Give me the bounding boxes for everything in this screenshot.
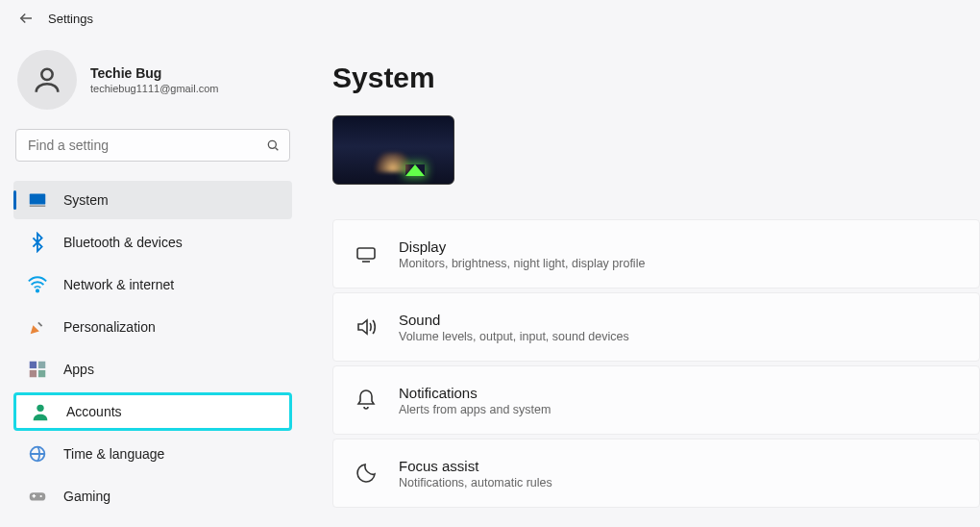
settings-list: Display Monitors, brightness, night ligh… bbox=[332, 219, 980, 508]
setting-row-sound[interactable]: Sound Volume levels, output, input, soun… bbox=[332, 292, 980, 362]
sidebar-item-time-language[interactable]: Time & language bbox=[13, 435, 292, 473]
accounts-icon bbox=[30, 401, 51, 422]
svg-rect-7 bbox=[30, 370, 37, 377]
nav-list: System Bluetooth & devices Network & int… bbox=[13, 181, 292, 515]
app-title: Settings bbox=[48, 12, 93, 26]
sidebar-item-label: Time & language bbox=[63, 446, 164, 462]
time-language-icon bbox=[27, 443, 48, 464]
svg-rect-6 bbox=[38, 362, 45, 368]
sidebar-item-accounts[interactable]: Accounts bbox=[13, 392, 292, 431]
row-subtitle: Monitors, brightness, night light, displ… bbox=[399, 257, 645, 270]
page-title: System bbox=[332, 62, 980, 94]
sidebar-item-label: Bluetooth & devices bbox=[63, 235, 183, 250]
notifications-icon bbox=[355, 389, 378, 412]
search-wrap bbox=[15, 129, 290, 162]
apps-icon bbox=[27, 359, 48, 380]
svg-point-12 bbox=[40, 495, 42, 497]
layout: Techie Bug techiebug1111@gmail.com Syste… bbox=[0, 33, 980, 527]
sidebar-item-apps[interactable]: Apps bbox=[13, 350, 292, 389]
sidebar-item-label: Accounts bbox=[66, 404, 122, 419]
sidebar-item-label: Network & internet bbox=[63, 277, 174, 292]
sidebar: Techie Bug techiebug1111@gmail.com Syste… bbox=[0, 33, 306, 527]
row-title: Display bbox=[399, 238, 645, 255]
svg-point-0 bbox=[41, 69, 52, 80]
focus-assist-icon bbox=[355, 462, 378, 485]
row-text: Display Monitors, brightness, night ligh… bbox=[399, 238, 645, 270]
sidebar-item-network[interactable]: Network & internet bbox=[13, 265, 292, 304]
personalization-icon bbox=[27, 316, 48, 338]
gaming-icon bbox=[27, 486, 48, 507]
bluetooth-icon bbox=[27, 232, 48, 253]
svg-rect-3 bbox=[30, 206, 46, 207]
sidebar-item-personalization[interactable]: Personalization bbox=[13, 308, 292, 346]
sidebar-item-label: Apps bbox=[63, 362, 94, 377]
row-title: Sound bbox=[399, 312, 629, 328]
wallpaper-tent bbox=[405, 164, 425, 176]
avatar bbox=[17, 50, 77, 110]
svg-rect-11 bbox=[30, 492, 46, 500]
profile-text: Techie Bug techiebug1111@gmail.com bbox=[90, 65, 218, 94]
row-text: Sound Volume levels, output, input, soun… bbox=[399, 312, 629, 343]
row-title: Focus assist bbox=[399, 458, 552, 474]
row-subtitle: Alerts from apps and system bbox=[399, 403, 551, 416]
setting-row-notifications[interactable]: Notifications Alerts from apps and syste… bbox=[332, 365, 980, 435]
sidebar-item-label: System bbox=[63, 192, 109, 208]
user-email: techiebug1111@gmail.com bbox=[90, 83, 218, 94]
search-icon bbox=[265, 138, 281, 153]
svg-rect-15 bbox=[357, 248, 375, 259]
sidebar-item-system[interactable]: System bbox=[13, 181, 292, 219]
desktop-preview-thumbnail[interactable] bbox=[332, 115, 454, 185]
svg-rect-8 bbox=[38, 370, 45, 377]
row-text: Notifications Alerts from apps and syste… bbox=[399, 385, 551, 416]
svg-point-4 bbox=[37, 289, 38, 291]
sound-icon bbox=[355, 315, 378, 339]
display-icon bbox=[355, 242, 378, 265]
svg-rect-5 bbox=[30, 362, 37, 368]
setting-row-focus-assist[interactable]: Focus assist Notifications, automatic ru… bbox=[332, 439, 980, 508]
row-text: Focus assist Notifications, automatic ru… bbox=[399, 458, 552, 489]
svg-point-9 bbox=[37, 405, 43, 412]
system-icon bbox=[27, 189, 48, 211]
row-subtitle: Notifications, automatic rules bbox=[399, 476, 552, 489]
sidebar-item-bluetooth[interactable]: Bluetooth & devices bbox=[13, 223, 292, 262]
row-subtitle: Volume levels, output, input, sound devi… bbox=[399, 330, 629, 343]
user-name: Techie Bug bbox=[90, 65, 218, 81]
svg-rect-14 bbox=[34, 494, 35, 498]
network-icon bbox=[27, 274, 48, 295]
svg-point-1 bbox=[268, 140, 276, 148]
back-arrow-icon[interactable] bbox=[17, 10, 35, 27]
title-bar: Settings bbox=[0, 0, 980, 33]
svg-rect-2 bbox=[30, 194, 46, 205]
sidebar-item-label: Gaming bbox=[63, 489, 110, 504]
row-title: Notifications bbox=[399, 385, 551, 401]
profile-block[interactable]: Techie Bug techiebug1111@gmail.com bbox=[17, 50, 292, 110]
sidebar-item-gaming[interactable]: Gaming bbox=[13, 477, 292, 515]
search-input[interactable] bbox=[15, 129, 290, 162]
sidebar-item-label: Personalization bbox=[63, 319, 156, 335]
setting-row-display[interactable]: Display Monitors, brightness, night ligh… bbox=[332, 219, 980, 289]
main-area: System Display Monitors, brightness, nig… bbox=[306, 33, 980, 527]
